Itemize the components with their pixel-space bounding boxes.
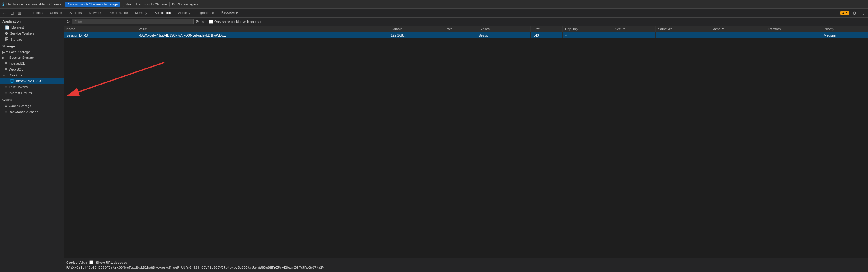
sidebar-item-websql[interactable]: ≡ Web SQL xyxy=(0,66,64,72)
app-section-header: Application xyxy=(0,18,64,24)
cookie-value-header: Cookie Value Show URL decoded xyxy=(66,261,866,264)
tab-application[interactable]: Application xyxy=(151,8,175,17)
cookie-filter-checkbox[interactable] xyxy=(209,20,213,24)
indexeddb-icon: ≡ xyxy=(5,61,7,65)
sidebar-item-interest-groups[interactable]: ≡ Interest Groups xyxy=(0,90,64,96)
more-icon[interactable]: ⋮ xyxy=(860,10,867,16)
col-partition: Partition... xyxy=(766,26,822,32)
sidebar-group-local-storage[interactable]: ▶ ≡ Local Storage xyxy=(0,49,64,55)
forward-icon[interactable]: ⊡ xyxy=(9,10,15,16)
chevron-down-icon: ▼ xyxy=(2,73,5,77)
tab-performance[interactable]: Performance xyxy=(105,8,131,17)
col-domain: Domain xyxy=(389,26,443,32)
cell-path: / xyxy=(443,32,476,38)
col-httponly: HttpOnly xyxy=(563,26,612,32)
trust-tokens-label: Trust Tokens xyxy=(9,85,28,89)
sidebar-item-cache-storage[interactable]: ≡ Cache Storage xyxy=(0,103,64,109)
indexeddb-label: IndexedDB xyxy=(9,61,25,65)
filter-input[interactable] xyxy=(72,19,193,24)
dock-icon[interactable]: ⊞ xyxy=(17,10,23,16)
cookies-label: Cookies xyxy=(10,73,22,77)
cell-domain: 192.168... xyxy=(389,32,443,38)
tab-network[interactable]: Network xyxy=(86,8,105,17)
storage-section-header: Storage xyxy=(0,42,64,49)
back-icon[interactable]: ← xyxy=(1,10,8,16)
cell-httponly: ✓ xyxy=(563,32,612,38)
warn-badge[interactable]: ▲ 3 xyxy=(840,11,849,15)
websql-label: Web SQL xyxy=(9,67,24,71)
cell-size: 140 xyxy=(531,32,563,38)
cell-value: RAzXX6eIvj43pi0HB3S0F7rArxO0MyeFqid9xLD1… xyxy=(136,32,389,38)
filter-settings-icon[interactable]: ⚙ xyxy=(195,19,199,24)
sidebar-item-indexeddb[interactable]: ≡ IndexedDB xyxy=(0,60,64,66)
col-samesite: SameSite xyxy=(655,26,709,32)
table-row[interactable]: SessionID_R3 RAzXX6eIvj43pi0HB3S0F7rArxO… xyxy=(64,32,868,38)
col-path: Path xyxy=(443,26,476,32)
service-workers-icon: ⚙ xyxy=(5,31,8,36)
dismiss-button[interactable]: Don't show again xyxy=(172,2,197,6)
sidebar: Application 📄 Manifest ⚙ Service Workers… xyxy=(0,18,64,272)
tab-bar: ← ⊡ ⊞ Elements Console Sources Network P… xyxy=(0,8,868,18)
session-storage-icon: ≡ xyxy=(6,56,8,59)
notification-bar: ℹ DevTools is now available in Chinese! … xyxy=(0,0,868,8)
local-storage-icon: ≡ xyxy=(6,50,8,54)
chevron-icon: ▶ xyxy=(2,51,5,54)
show-url-decoded-checkbox[interactable] xyxy=(90,261,93,264)
session-storage-label: Session Storage xyxy=(9,56,34,59)
cookie-url-label: https://192.168.3.1 xyxy=(16,79,44,83)
cell-secure xyxy=(612,32,656,38)
sidebar-item-back-forward[interactable]: ≡ Back/forward cache xyxy=(0,109,64,115)
cell-name: SessionID_R3 xyxy=(64,32,136,38)
sidebar-item-cookie-url[interactable]: 🌐 https://192.168.3.1 xyxy=(0,78,64,84)
interest-groups-label: Interest Groups xyxy=(9,91,32,95)
sidebar-item-trust-tokens[interactable]: ≡ Trust Tokens xyxy=(0,84,64,90)
col-expires: Expires ... xyxy=(476,26,531,32)
tab-memory[interactable]: Memory xyxy=(131,8,151,17)
sidebar-item-storage-main[interactable]: 🗄 Storage xyxy=(0,36,64,42)
match-language-button[interactable]: Always match Chrome's language xyxy=(65,2,120,7)
cell-partition xyxy=(766,32,822,38)
trust-tokens-icon: ≡ xyxy=(5,85,7,89)
col-name: Name xyxy=(64,26,136,32)
cookie-value-title: Cookie Value xyxy=(66,261,87,264)
switch-chinese-button[interactable]: Switch DevTools to Chinese xyxy=(123,2,169,7)
sidebar-item-service-workers[interactable]: ⚙ Service Workers xyxy=(0,30,64,36)
sidebar-group-cookies[interactable]: ▼ ≡ Cookies xyxy=(0,72,64,78)
refresh-icon[interactable]: ↻ xyxy=(66,19,70,24)
cache-storage-label: Cache Storage xyxy=(9,104,31,108)
cache-section-header: Cache xyxy=(0,96,64,103)
interest-groups-icon: ≡ xyxy=(5,91,7,95)
storage-main-icon: 🗄 xyxy=(5,37,8,42)
service-workers-label: Service Workers xyxy=(10,32,34,35)
tab-elements[interactable]: Elements xyxy=(25,8,46,17)
tab-recorder[interactable]: Recorder ▶ xyxy=(218,8,242,17)
cookie-filter-label: Only show cookies with an issue xyxy=(214,20,262,24)
cookie-value-section: Cookie Value Show URL decoded RAzXX6eIvj… xyxy=(64,258,868,272)
tab-security[interactable]: Security xyxy=(175,8,194,17)
websql-icon: ≡ xyxy=(5,67,7,71)
cell-priority: Medium xyxy=(821,32,868,38)
col-priority: Priority xyxy=(821,26,868,32)
content-toolbar: ↻ ⚙ ✕ Only show cookies with an issue xyxy=(64,18,868,26)
col-value: Value xyxy=(136,26,389,32)
manifest-label: Manifest xyxy=(11,26,24,29)
storage-main-label: Storage xyxy=(10,38,22,41)
settings-icon[interactable]: ⚙ xyxy=(851,10,858,16)
chevron-icon: ▶ xyxy=(2,56,5,59)
cookie-value-text: RAzXX6eIvj43pi0HB3S0F7rArxO0MyeFqid9xLD1… xyxy=(66,266,866,270)
tab-sources[interactable]: Sources xyxy=(66,8,85,17)
cell-samesite xyxy=(655,32,709,38)
back-forward-icon: ≡ xyxy=(5,110,7,114)
tab-lighthouse[interactable]: Lighthouse xyxy=(194,8,218,17)
notif-text: DevTools is now available in Chinese! xyxy=(6,2,62,6)
cookie-table[interactable]: Name Value Domain Path Expires ... Size … xyxy=(64,26,868,258)
tab-console[interactable]: Console xyxy=(46,8,66,17)
clear-filter-icon[interactable]: ✕ xyxy=(201,19,205,24)
manifest-icon: 📄 xyxy=(5,25,9,30)
sidebar-group-session-storage[interactable]: ▶ ≡ Session Storage xyxy=(0,55,64,60)
col-secure: Secure xyxy=(612,26,656,32)
col-samepa: SamePa... xyxy=(709,26,766,32)
table-section: Name Value Domain Path Expires ... Size … xyxy=(64,26,868,258)
local-storage-label: Local Storage xyxy=(9,50,30,54)
sidebar-item-manifest[interactable]: 📄 Manifest xyxy=(0,24,64,30)
